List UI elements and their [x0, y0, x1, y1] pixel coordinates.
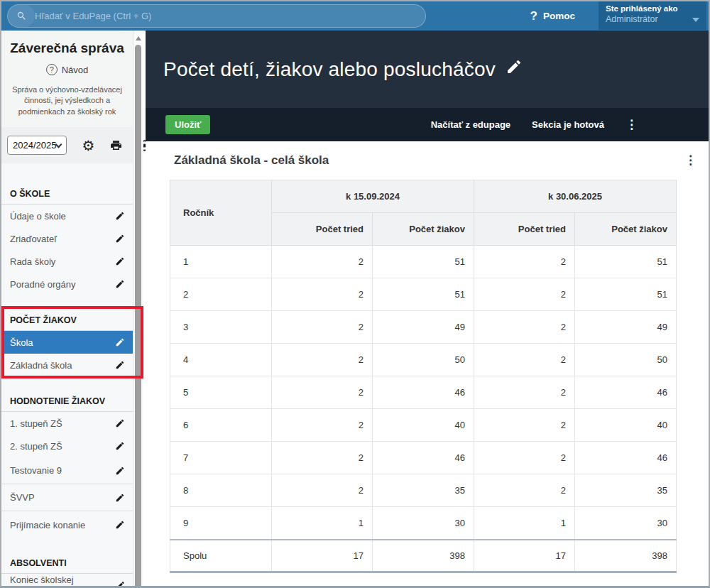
- item-label: ŠVVP: [10, 492, 35, 503]
- item-label: Testovanie 9: [10, 465, 62, 476]
- user-label: Ste prihlásený ako: [606, 4, 699, 13]
- section-hodnotenie-ziakov: HODNOTENIE ŽIAKOV 1. stupeň ZŠ 2. stupeň…: [1, 392, 133, 538]
- save-button[interactable]: Uložiť: [165, 115, 210, 134]
- table-cell: 2: [272, 409, 373, 442]
- pencil-icon: [115, 234, 125, 244]
- table-foot: Spolu 17 398 17 398: [170, 540, 677, 572]
- table-cell: 46: [575, 442, 677, 474]
- sidebar-item-testovanie-9[interactable]: Testovanie 9: [1, 457, 133, 484]
- item-label: Údaje o škole: [10, 211, 66, 222]
- sidebar-item-zriadovatel[interactable]: Zriaďovateľ: [1, 227, 133, 250]
- section-header: HODNOTENIE ŽIAKOV: [1, 392, 133, 412]
- table-cell: 2: [474, 278, 575, 311]
- sidebar-item-zakladna-skola[interactable]: Základná škola: [1, 354, 133, 376]
- table-row: 7246246: [170, 442, 677, 474]
- table-cell: 46: [373, 442, 474, 474]
- table-cell: 51: [575, 278, 677, 311]
- sidebar-item-koniec-skolskej-dochadzky[interactable]: Koniec školskej dochádzky: [1, 574, 133, 588]
- section-header: O ŠKOLE: [1, 185, 133, 205]
- scroll-up-icon[interactable]: [136, 36, 141, 40]
- section-header: ABSOLVENTI: [1, 554, 133, 574]
- table-row: 6240240: [170, 409, 677, 442]
- card-menu-icon[interactable]: ⋮: [684, 153, 698, 168]
- table-cell: 2: [474, 409, 575, 442]
- sidebar-item-poradne-organy[interactable]: Poradné orgány: [1, 273, 133, 295]
- sidebar-item-prijimacie-konanie[interactable]: Prijímacie konanie: [1, 511, 133, 538]
- col-header-pocet-tried: Počet tried: [272, 213, 373, 246]
- table-cell: 6: [170, 409, 272, 442]
- table-row: 4250250: [170, 344, 677, 376]
- item-label: Koniec školskej dochádzky: [10, 575, 116, 588]
- table-cell: 46: [373, 376, 474, 409]
- scrollbar-thumb[interactable]: [135, 45, 141, 588]
- table-cell: 2: [474, 246, 575, 278]
- question-circle-icon: ?: [46, 64, 58, 75]
- section-header: POČET ŽIAKOV: [1, 311, 133, 331]
- table-cell: 46: [575, 376, 677, 409]
- help-button[interactable]: ? Pomoc: [530, 1, 575, 31]
- pencil-icon: [116, 580, 125, 588]
- table-cell: 49: [373, 311, 474, 344]
- print-button[interactable]: [109, 139, 123, 152]
- sidebar-header: Záverečná správa ? Návod Správa o výchov…: [1, 31, 133, 127]
- col-header-pocet-ziakov: Počet žiakov: [373, 213, 474, 246]
- load-from-edupage-button[interactable]: Načítať z edupage: [431, 119, 510, 130]
- guide-label: Návod: [62, 65, 89, 75]
- school-year-select[interactable]: 2024/2025: [7, 136, 67, 155]
- section-absolventi: ABSOLVENTI Koniec školskej dochádzky: [1, 554, 133, 588]
- printer-icon: [109, 139, 123, 152]
- table-row: 8235235: [170, 474, 677, 507]
- guide-link[interactable]: ? Návod: [7, 64, 127, 75]
- table-cell: 2: [272, 344, 373, 376]
- pencil-icon: [115, 493, 125, 503]
- table-cell: 2: [272, 311, 373, 344]
- section-done-button[interactable]: Sekcia je hotová: [532, 119, 604, 130]
- table-cell: 4: [170, 344, 272, 376]
- user-role: Administrátor: [606, 14, 699, 24]
- pencil-icon: [115, 256, 125, 266]
- table-cell: 1: [170, 246, 272, 278]
- table-cell: 2: [272, 246, 373, 278]
- table-cell: 35: [373, 474, 474, 507]
- table-cell: 51: [373, 246, 474, 278]
- pencil-icon: [115, 466, 125, 476]
- table-cell: 7: [170, 442, 272, 474]
- table-cell: 2: [474, 442, 575, 474]
- table-cell: 2: [474, 474, 575, 507]
- table-card: Základná škola - celá škola ⋮ Ročník k 1…: [146, 141, 709, 573]
- search-box[interactable]: [7, 4, 426, 28]
- sidebar-item-svvp[interactable]: ŠVVP: [1, 484, 133, 511]
- table-cell: 9: [170, 507, 272, 540]
- more-options-icon[interactable]: ⋮: [626, 117, 638, 132]
- toolbar-right: Načítať z edupage Sekcia je hotová ⋮: [431, 117, 709, 132]
- total-cell: 398: [373, 540, 474, 572]
- table-cell: 50: [373, 344, 474, 376]
- sidebar-item-udaje-o-skole[interactable]: Údaje o škole: [1, 205, 133, 227]
- table-cell: 2: [170, 278, 272, 311]
- col-header-pocet-ziakov: Počet žiakov: [575, 213, 677, 246]
- table-header-row: Ročník k 15.09.2024 k 30.06.2025: [170, 180, 677, 213]
- table-cell: 8: [170, 474, 272, 507]
- table-cell: 50: [575, 344, 677, 376]
- table-cell: 3: [170, 311, 272, 344]
- settings-button[interactable]: ⚙: [82, 138, 94, 153]
- table-row: 2251251: [170, 278, 677, 311]
- sidebar-item-skola[interactable]: Škola: [1, 331, 133, 354]
- sidebar-item-1-stupen-zs[interactable]: 1. stupeň ZŠ: [1, 412, 133, 435]
- table-cell: 30: [373, 507, 474, 540]
- user-menu[interactable]: Ste prihlásený ako Administrátor: [599, 1, 706, 30]
- col-group-date1: k 15.09.2024: [272, 180, 474, 213]
- section-toolbar: Uložiť Načítať z edupage Sekcia je hotov…: [146, 108, 709, 141]
- sidebar-scrollbar: [133, 31, 143, 586]
- section-pocet-ziakov: POČET ŽIAKOV Škola Základná škola: [1, 311, 133, 376]
- col-header-rocnik: Ročník: [170, 180, 272, 246]
- main-content: Počet detí, žiakov alebo poslucháčov Ulo…: [146, 31, 709, 586]
- pupil-count-table: Ročník k 15.09.2024 k 30.06.2025 Počet t…: [170, 180, 677, 573]
- edit-title-pencil-icon[interactable]: [506, 58, 523, 75]
- search-input[interactable]: [35, 11, 425, 21]
- table-cell: 1: [272, 507, 373, 540]
- col-group-date2: k 30.06.2025: [474, 180, 677, 213]
- sidebar-item-rada-skoly[interactable]: Rada školy: [1, 250, 133, 273]
- table-cell: 2: [474, 311, 575, 344]
- sidebar-item-2-stupen-zs[interactable]: 2. stupeň ZŠ: [1, 435, 133, 457]
